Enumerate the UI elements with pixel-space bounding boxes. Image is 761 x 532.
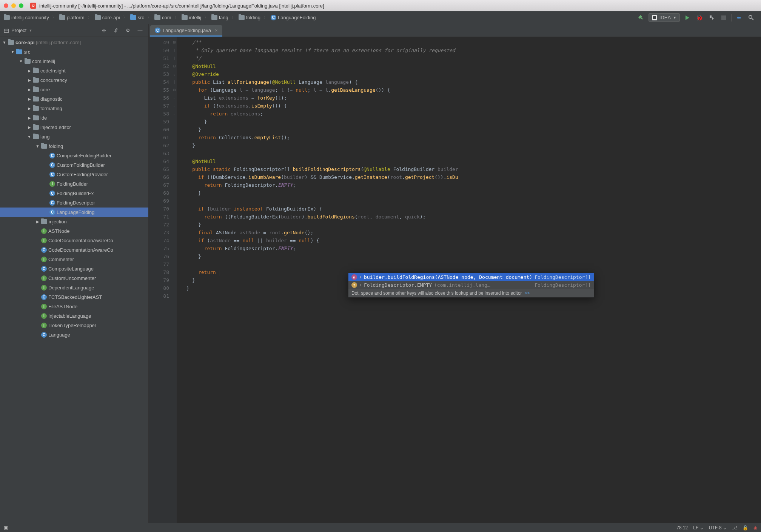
line-number[interactable]: 60 [149,126,169,134]
maximize-window-button[interactable] [19,3,23,8]
tree-item[interactable]: I ITokenTypeRemapper [0,321,148,330]
tree-item[interactable]: I InjectableLanguage [0,311,148,321]
tree-item[interactable]: C CompositeLanguage [0,264,148,274]
inspections-indicator[interactable]: ◉ [753,525,757,530]
line-number[interactable]: 56 [149,94,169,102]
line-number[interactable]: 77 [149,260,169,268]
disclosure-arrow-icon[interactable] [19,59,23,63]
tree-item[interactable]: C LanguageFolding [0,208,148,217]
readonly-toggle[interactable]: 🔓 [743,525,748,530]
breadcrumb-class[interactable]: CLanguageFolding [269,14,317,21]
line-number[interactable]: 75 [149,244,169,252]
line-number-gutter[interactable]: 4950515253545556575859606162636465666768… [149,37,172,523]
tree-item[interactable]: C CodeDocumentationAwareCo [0,245,148,255]
line-separator[interactable]: LF ⌄ [693,525,703,530]
disclosure-arrow-icon[interactable] [27,116,31,120]
tree-item[interactable]: C FoldingDescriptor [0,198,148,208]
line-number[interactable]: 72 [149,221,169,229]
disclosure-arrow-icon[interactable] [35,144,40,148]
tree-item[interactable]: C CompositeFoldingBuilder [0,151,148,160]
tree-item[interactable]: C CustomFoldingProvider [0,170,148,179]
tree-item[interactable]: src [0,47,148,57]
breadcrumb-source[interactable]: src [129,14,146,21]
line-number[interactable]: 53 [149,70,169,78]
completion-popup[interactable]: m ⬆ builder.buildFoldRegions(ASTNode nod… [348,273,594,298]
disclosure-arrow-icon[interactable] [27,69,31,73]
line-number[interactable]: 78 [149,268,169,276]
tree-item[interactable]: C CustomFoldingBuilder [0,160,148,170]
search-everywhere-button[interactable] [747,13,756,22]
collapse-all-button[interactable]: ⇵ [111,26,120,35]
run-coverage-button[interactable] [707,13,716,22]
line-number[interactable]: 70 [149,205,169,213]
line-number[interactable]: 67 [149,181,169,189]
tree-item[interactable]: concurrency [0,75,148,85]
cursor-position[interactable]: 78:12 [676,525,688,530]
tree-item[interactable]: I FileASTNode [0,302,148,311]
project-tree[interactable]: core-api [intellij.platform.core] src co… [0,37,148,523]
line-number[interactable]: 62 [149,141,169,149]
line-number[interactable]: 71 [149,213,169,221]
tree-item[interactable]: core-api [intellij.platform.core] [0,38,148,47]
minimize-window-button[interactable] [11,3,16,8]
line-number[interactable]: 66 [149,173,169,181]
tree-item[interactable]: codeInsight [0,66,148,75]
tree-item[interactable]: I CustomUncommenter [0,274,148,283]
tool-windows-button[interactable]: ▣ [4,525,8,530]
editor-tab[interactable]: C LanguageFolding.java × [150,25,222,37]
git-branch[interactable]: ⎇ [732,525,737,530]
line-number[interactable]: 76 [149,252,169,260]
line-number[interactable]: 65 [149,165,169,173]
vcs-update-button[interactable] [735,13,744,22]
line-number[interactable]: 49 [149,38,169,46]
line-number[interactable]: 54 [149,78,169,86]
build-button[interactable] [636,13,645,22]
line-number[interactable]: 63 [149,149,169,157]
line-number[interactable]: 57 [149,102,169,110]
tree-item[interactable]: formatting [0,104,148,113]
line-number[interactable]: 80 [149,284,169,292]
line-number[interactable]: 52 [149,62,169,70]
line-number[interactable]: 50 [149,46,169,54]
disclosure-arrow-icon[interactable] [2,40,6,45]
disclosure-arrow-icon[interactable] [27,135,31,139]
tree-item[interactable]: folding [0,141,148,151]
debug-button[interactable]: 🐞 [695,13,704,22]
completion-item[interactable]: m ⬆ builder.buildFoldRegions(ASTNode nod… [348,273,594,281]
tree-item[interactable]: C Language [0,330,148,340]
breadcrumb-folder[interactable]: platform [58,14,86,21]
line-number[interactable]: 55 [149,86,169,94]
line-number[interactable]: 74 [149,237,169,244]
breadcrumb-package[interactable]: folding [237,14,262,21]
breadcrumb-package[interactable]: com [153,14,173,21]
completion-item[interactable]: f ⬆ FoldingDescriptor.EMPTY (com.intelli… [348,281,594,289]
breadcrumb-package[interactable]: lang [210,14,230,21]
line-number[interactable]: 64 [149,157,169,165]
tree-item[interactable]: injection [0,217,148,226]
disclosure-arrow-icon[interactable] [11,50,15,54]
tree-item[interactable]: I CodeDocumentationAwareCo [0,236,148,245]
breadcrumb-module[interactable]: intellij-community [2,14,51,21]
tree-item[interactable]: I ASTNode [0,226,148,236]
disclosure-arrow-icon[interactable] [27,88,31,92]
settings-button[interactable]: ⚙ [123,26,132,35]
tree-item[interactable]: C FoldingBuilderEx [0,189,148,198]
run-button[interactable] [683,13,692,22]
tree-item[interactable]: I Commenter [0,255,148,264]
project-view-selector[interactable]: Project ▼ [4,28,32,33]
tree-item[interactable]: injected.editor [0,123,148,132]
tree-item[interactable]: I DependentLanguage [0,283,148,292]
line-number[interactable]: 58 [149,110,169,118]
close-tab-button[interactable]: × [215,28,218,33]
tree-item[interactable]: com.intellij [0,57,148,66]
line-number[interactable]: 73 [149,229,169,237]
fold-gutter[interactable]: ⊟||⊟⌞|⊟⌞⌞⌞ [172,37,177,523]
file-encoding[interactable]: UTF-8 ⌄ [709,525,727,530]
line-number[interactable]: 61 [149,134,169,141]
disclosure-arrow-icon[interactable] [27,106,31,111]
line-number[interactable]: 68 [149,189,169,197]
disclosure-arrow-icon[interactable] [27,78,31,82]
completion-hint-link[interactable]: >> [524,291,530,296]
disclosure-arrow-icon[interactable] [27,125,31,129]
tree-item[interactable]: lang [0,132,148,141]
